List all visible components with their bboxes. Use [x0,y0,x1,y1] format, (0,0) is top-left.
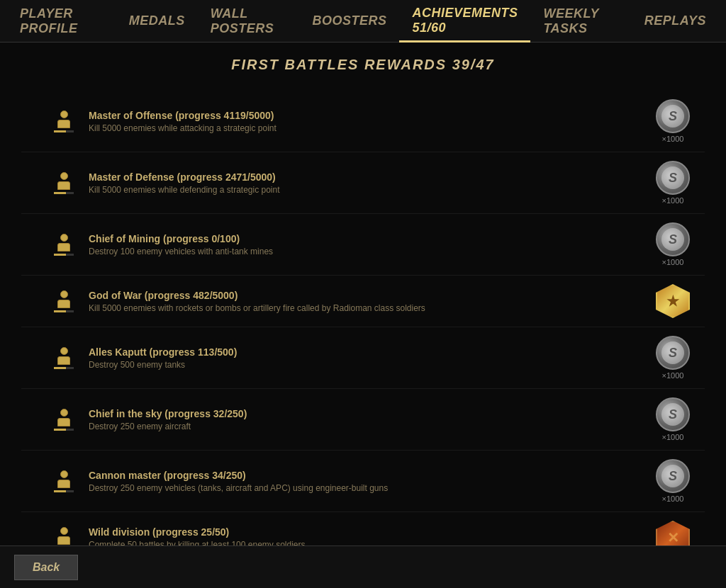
achievements-list: Master of Offense (progress 4119/5000)Ki… [21,91,705,545]
achievement-reward: S×1000 [648,336,698,380]
achievement-reward: S×1000 [648,459,698,503]
achievement-text: Cannon master (progress 34/250)Destroy 2… [89,470,648,493]
silver-coin-icon: S [656,397,690,431]
achievement-icon [50,169,78,197]
reward-multiplier: ×1000 [662,196,684,205]
achievement-text: Alles Kaputt (progress 113/500)Destroy 5… [89,346,648,370]
bottom-bar: Back [0,545,726,588]
silver-coin-icon: S [656,222,690,256]
silver-coin-icon: S [656,99,690,133]
achievement-row: Alles Kaputt (progress 113/500)Destroy 5… [21,327,705,389]
nav-wall-posters[interactable]: Wall Posters [198,0,300,42]
achievement-desc: Complete 50 battles by killing at least … [89,540,648,546]
achievement-reward: ★ [648,284,698,318]
achievement-reward: ✕ [648,521,698,545]
achievement-desc: Destroy 500 enemy tanks [89,360,648,370]
achievement-desc: Kill 5000 enemies while attacking a stra… [89,123,648,133]
achievement-name: God of War (progress 482/5000) [89,290,648,301]
nav-boosters[interactable]: Boosters [299,0,399,42]
nav-weekly-tasks[interactable]: Weekly tasks [530,0,631,42]
achievement-desc: Destroy 250 enemy aircraft [89,422,648,431]
reward-multiplier: ×1000 [662,433,684,441]
silver-coin-icon: S [656,336,690,370]
achievement-name: Wild division (progress 25/50) [89,526,648,538]
achievement-name: Chief in the sky (progress 32/250) [89,408,648,419]
achievement-reward: S×1000 [648,222,698,266]
section-title: FIRST BATTLES REWARDS 39/47 [21,57,705,73]
achievement-row: God of War (progress 482/5000)Kill 5000 … [21,276,705,327]
achievement-icon [50,344,78,372]
main-content: FIRST BATTLES REWARDS 39/47 Master of Of… [0,43,726,545]
achievement-reward: S×1000 [648,99,698,143]
achievement-desc: Kill 5000 enemies with rockets or bombs … [89,303,648,313]
nav-achievements[interactable]: Achievements 51/60 [399,1,530,43]
achievement-row: Master of Defense (progress 2471/5000)Ki… [21,152,705,214]
reward-multiplier: ×1000 [662,135,684,143]
achievement-name: Master of Defense (progress 2471/5000) [89,171,648,183]
achievement-name: Alles Kaputt (progress 113/500) [89,346,648,358]
achievement-desc: Destroy 100 enemy vehicles with anti-tan… [89,247,648,256]
achievement-text: Chief in the sky (progress 32/250)Destro… [89,408,648,431]
achievement-name: Chief of Mining (progress 0/100) [89,233,648,244]
achievement-icon [50,524,78,545]
achievement-icon [50,467,78,495]
achievement-desc: Kill 5000 enemies while defending a stra… [89,185,648,195]
silver-coin-icon: S [656,161,690,195]
silver-coin-icon: S [656,459,690,493]
achievement-name: Master of Offense (progress 4119/5000) [89,110,648,121]
achievement-text: God of War (progress 482/5000)Kill 5000 … [89,290,648,313]
achievement-icon [50,230,78,259]
achievement-row: Cannon master (progress 34/250)Destroy 2… [21,451,705,512]
achievement-icon [50,107,78,135]
achievement-row: Chief of Mining (progress 0/100)Destroy … [21,214,705,276]
gold-badge-icon: ★ [656,284,690,318]
achievement-row: Master of Offense (progress 4119/5000)Ki… [21,91,705,152]
achievement-text: Master of Offense (progress 4119/5000)Ki… [89,110,648,133]
reward-multiplier: ×1000 [662,494,684,503]
achievements-scroll-area[interactable]: FIRST BATTLES REWARDS 39/47 Master of Of… [0,43,726,545]
nav-replays[interactable]: Replays [632,0,719,42]
reward-multiplier: ×1000 [662,258,684,266]
achievement-row: Chief in the sky (progress 32/250)Destro… [21,389,705,451]
achievement-name: Cannon master (progress 34/250) [89,470,648,481]
nav-bar: Player Profile Medals Wall Posters Boost… [0,0,726,43]
achievement-reward: S×1000 [648,397,698,441]
achievement-reward: S×1000 [648,161,698,205]
achievement-row: Wild division (progress 25/50)Complete 5… [21,512,705,545]
achievement-text: Master of Defense (progress 2471/5000)Ki… [89,171,648,195]
achievement-text: Wild division (progress 25/50)Complete 5… [89,526,648,546]
nav-player-profile[interactable]: Player Profile [7,0,116,42]
nav-medals[interactable]: Medals [116,0,198,42]
back-button[interactable]: Back [14,555,78,580]
achievement-icon [50,287,78,315]
achievement-desc: Destroy 250 enemy vehicles (tanks, aircr… [89,483,648,493]
orange-badge-icon: ✕ [656,521,690,545]
achievement-icon [50,405,78,434]
reward-multiplier: ×1000 [662,371,684,380]
achievement-text: Chief of Mining (progress 0/100)Destroy … [89,233,648,256]
